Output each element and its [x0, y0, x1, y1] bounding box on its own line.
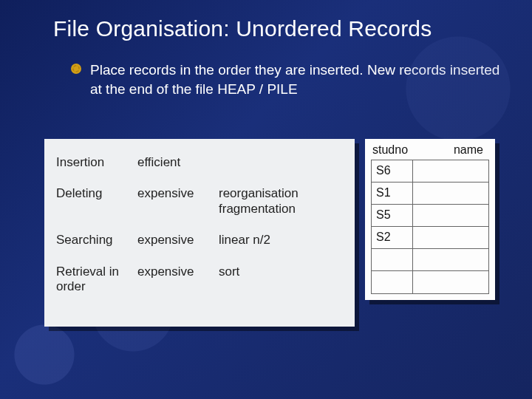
col-header-name: name	[417, 143, 488, 157]
table-row: Retrieval in order expensive sort	[56, 259, 343, 305]
operations-table: Insertion efficient Deleting expensive r…	[56, 149, 343, 304]
record-name	[413, 160, 488, 182]
bullet-text: Place records in the order they are inse…	[90, 61, 502, 98]
records-header: studno name	[371, 143, 489, 160]
record-row: S6	[372, 160, 488, 183]
record-row	[372, 271, 488, 293]
record-row	[372, 249, 488, 271]
table-row: Deleting expensive reorganisation fragme…	[56, 180, 343, 227]
op-note: reorganisation fragmentation	[219, 180, 343, 227]
record-studno	[372, 249, 413, 270]
records-panel: studno name S6 S1 S5 S2	[365, 139, 495, 300]
record-name	[413, 271, 488, 293]
records-grid: S6 S1 S5 S2	[371, 160, 489, 294]
record-studno	[372, 271, 413, 293]
bullet-item: Place records in the order they are inse…	[0, 41, 532, 98]
col-header-studno: studno	[372, 143, 417, 157]
record-studno: S1	[372, 183, 413, 204]
record-name	[413, 205, 488, 226]
content-row: Insertion efficient Deleting expensive r…	[44, 139, 495, 327]
table-row: Insertion efficient	[56, 149, 343, 180]
op-cost: expensive	[137, 180, 219, 227]
gear-bullet-icon	[71, 64, 81, 74]
record-studno: S2	[372, 227, 413, 248]
op-cost: expensive	[137, 259, 219, 305]
op-note: linear n/2	[219, 227, 343, 258]
op-name: Retrieval in order	[56, 259, 137, 305]
op-note: sort	[219, 259, 343, 305]
table-row: Searching expensive linear n/2	[56, 227, 343, 258]
op-name: Insertion	[56, 149, 137, 180]
op-note	[219, 149, 343, 180]
op-cost: expensive	[137, 227, 219, 258]
slide-title: File Organisation: Unordered Records	[0, 0, 532, 41]
record-studno: S6	[372, 160, 413, 182]
op-name: Searching	[56, 227, 137, 258]
op-cost: efficient	[137, 149, 219, 180]
operations-panel: Insertion efficient Deleting expensive r…	[44, 139, 355, 327]
record-studno: S5	[372, 205, 413, 226]
record-name	[413, 249, 488, 270]
op-name: Deleting	[56, 180, 137, 227]
record-row: S1	[372, 183, 488, 205]
record-row: S5	[372, 205, 488, 227]
record-name	[413, 227, 488, 248]
record-name	[413, 183, 488, 204]
record-row: S2	[372, 227, 488, 249]
